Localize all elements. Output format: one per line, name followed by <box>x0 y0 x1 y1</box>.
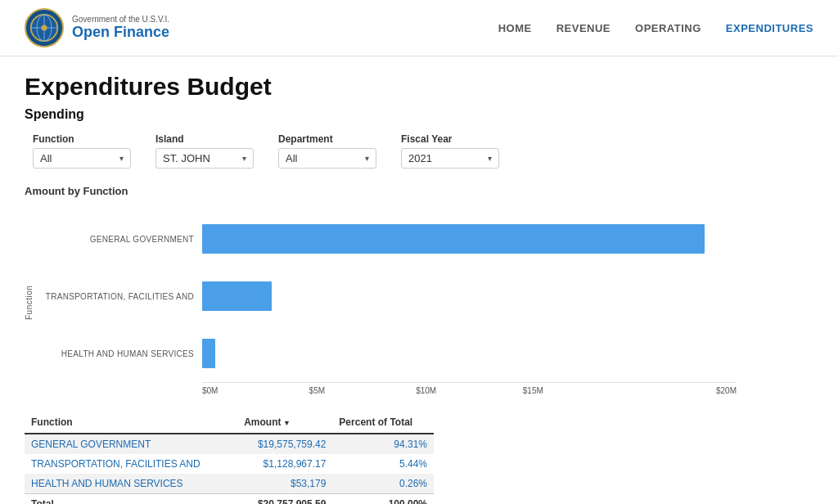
filter-island-label: Island <box>155 133 254 145</box>
row1-pct: 94.31% <box>332 434 434 454</box>
section-title: Spending <box>25 107 813 122</box>
logo-text: Government of the U.S.V.I. Open Finance <box>72 15 169 41</box>
filter-department: Department All ▾ <box>278 133 376 169</box>
table-row: TRANSPORTATION, FACILITIES AND $1,128,96… <box>25 454 434 474</box>
bar-label-transportation: TRANSPORTATION, FACILITIES AND <box>38 292 202 301</box>
bar-track-general-gov <box>202 210 737 268</box>
chart-title: Amount by Function <box>25 185 813 197</box>
data-table: Function Amount Percent of Total GENERAL… <box>25 412 434 504</box>
chevron-down-icon: ▾ <box>365 154 369 163</box>
table-row: HEALTH AND HUMAN SERVICES $53,179 0.26% <box>25 474 434 494</box>
total-label: Total <box>25 494 237 505</box>
chevron-down-icon: ▾ <box>119 154 124 163</box>
logo-icon <box>25 8 64 47</box>
filter-fiscal-year: Fiscal Year 2021 ▾ <box>401 133 499 169</box>
total-amount: $20,757,905.59 <box>237 494 332 505</box>
x-tick-4: $20M <box>629 386 737 395</box>
row1-function: GENERAL GOVERNMENT <box>25 434 237 454</box>
main-nav: HOME REVENUE OPERATING EXPENDITURES <box>498 22 813 34</box>
header: Government of the U.S.V.I. Open Finance … <box>0 0 838 56</box>
nav-operating[interactable]: OPERATING <box>635 22 701 34</box>
x-tick-0: $0M <box>202 386 309 395</box>
x-tick-1: $5M <box>309 386 417 395</box>
row3-amount: $53,179 <box>237 474 332 494</box>
row2-function: TRANSPORTATION, FACILITIES AND <box>25 454 237 474</box>
total-row: Total $20,757,905.59 100.00% <box>25 494 434 505</box>
filter-island: Island ST. JOHN ▾ <box>155 133 254 169</box>
filter-function-select[interactable]: All ▾ <box>33 148 131 169</box>
open-finance-label: Open Finance <box>72 24 169 41</box>
row3-pct: 0.26% <box>332 474 434 494</box>
col-pct: Percent of Total <box>332 412 434 434</box>
x-axis: $0M $5M $10M $15M $20M <box>202 382 737 395</box>
row2-pct: 5.44% <box>332 454 434 474</box>
bars-container: GENERAL GOVERNMENT TRANSPORTATION, FACIL… <box>38 210 737 382</box>
col-amount[interactable]: Amount <box>237 412 332 434</box>
filter-function: Function All ▾ <box>33 133 131 169</box>
x-tick-3: $15M <box>523 386 630 395</box>
filter-fiscal-year-label: Fiscal Year <box>401 133 499 145</box>
y-axis-label: Function <box>25 210 34 395</box>
chart-inner: GENERAL GOVERNMENT TRANSPORTATION, FACIL… <box>38 210 737 395</box>
bar-row-general-gov: GENERAL GOVERNMENT <box>38 210 737 268</box>
chevron-down-icon: ▾ <box>242 154 246 163</box>
filter-department-select[interactable]: All ▾ <box>278 148 376 169</box>
bar-general-gov <box>202 224 705 254</box>
filter-function-label: Function <box>33 133 131 145</box>
gov-line: Government of the U.S.V.I. <box>72 15 169 24</box>
bar-row-transportation: TRANSPORTATION, FACILITIES AND <box>38 268 737 325</box>
filter-island-select[interactable]: ST. JOHN ▾ <box>155 148 254 169</box>
filters-row: Function All ▾ Island ST. JOHN ▾ Departm… <box>33 133 813 169</box>
bar-label-health: HEALTH AND HUMAN SERVICES <box>38 349 202 358</box>
row1-amount: $19,575,759.42 <box>237 434 332 454</box>
chevron-down-icon: ▾ <box>488 154 492 163</box>
col-function: Function <box>25 412 237 434</box>
main-content: Expenditures Budget Spending Function Al… <box>0 56 838 504</box>
svg-point-4 <box>41 25 47 30</box>
row2-amount: $1,128,967.17 <box>237 454 332 474</box>
bar-label-general-gov: GENERAL GOVERNMENT <box>38 235 202 244</box>
total-pct: 100.00% <box>332 494 434 505</box>
table-header-row: Function Amount Percent of Total <box>25 412 434 434</box>
row3-function: HEALTH AND HUMAN SERVICES <box>25 474 237 494</box>
x-tick-2: $10M <box>416 386 523 395</box>
bar-track-transportation <box>202 268 737 325</box>
page-title: Expenditures Budget <box>25 73 813 101</box>
chart-area: Function GENERAL GOVERNMENT TR <box>25 210 737 395</box>
logo-area: Government of the U.S.V.I. Open Finance <box>25 8 169 47</box>
bar-row-health: HEALTH AND HUMAN SERVICES <box>38 325 737 382</box>
nav-home[interactable]: HOME <box>498 22 532 34</box>
chart-section: Amount by Function Function GENERAL GOVE… <box>25 185 813 395</box>
nav-revenue[interactable]: REVENUE <box>556 22 610 34</box>
table-row: GENERAL GOVERNMENT $19,575,759.42 94.31% <box>25 434 434 454</box>
bar-track-health <box>202 325 737 382</box>
bar-health <box>202 339 215 368</box>
nav-expenditures[interactable]: EXPENDITURES <box>726 22 813 34</box>
filter-department-label: Department <box>278 133 376 145</box>
filter-fiscal-year-select[interactable]: 2021 ▾ <box>401 148 499 169</box>
bar-transportation <box>202 281 272 311</box>
